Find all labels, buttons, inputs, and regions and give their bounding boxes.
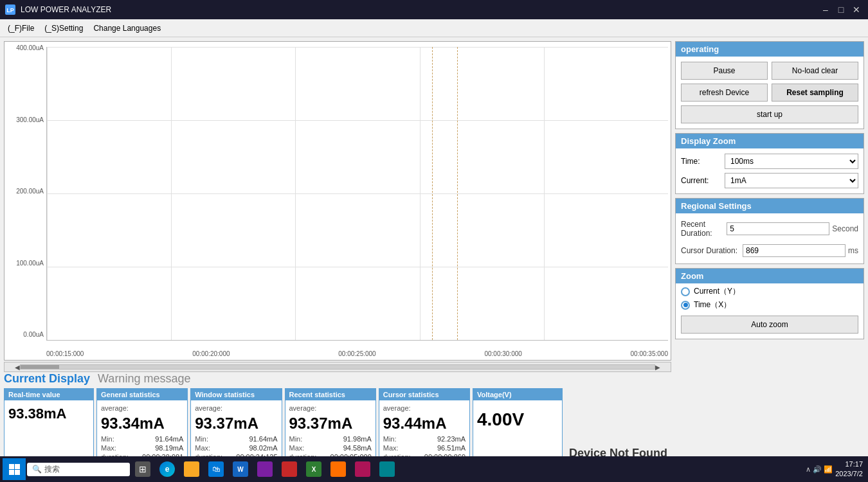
x-axis: 00:00:15:000 00:00:20:000 00:00:25:000 0… — [46, 350, 668, 357]
recent-min-row: Min: 91.98mA — [289, 435, 372, 443]
no-load-clear-button[interactable]: No-load clear — [772, 62, 858, 80]
tab-current-display[interactable]: Current Display — [4, 372, 90, 386]
start-button[interactable] — [3, 458, 26, 480]
current-zoom-row: Current: 1mA 100uA 500uA 5mA 10mA — [681, 173, 858, 188]
minimize-button[interactable]: – — [819, 3, 832, 16]
grid-v-4 — [544, 47, 545, 340]
taskbar-search-box[interactable]: 🔍 搜索 — [27, 463, 130, 476]
window-min-label: Min: — [195, 435, 208, 443]
realtime-body: 93.38mA — [5, 400, 93, 427]
cursor-line-1 — [432, 47, 433, 340]
x-label-2: 00:00:25:000 — [338, 350, 375, 357]
zoom-header: Zoom — [676, 269, 863, 283]
x-label-0: 00:00:15:000 — [46, 350, 84, 357]
bottom-tabs: Current Display Warning message — [4, 372, 671, 386]
menu-bar: (_F)File (_S)Setting Change Languages — [0, 19, 868, 37]
device-not-found: Device Not Found — [565, 388, 671, 465]
voltage-card: Voltage(V) 4.00V — [473, 388, 563, 465]
cursor-line-2 — [457, 47, 458, 340]
operating-btn-row-2: refresh Device Reset sampling — [681, 84, 858, 102]
grid-v-3 — [420, 47, 420, 340]
taskbar-app-3[interactable] — [253, 458, 276, 480]
general-max-value: 98.19mA — [155, 444, 183, 452]
taskbar-time: 17:17 2023/7/2 — [835, 460, 863, 479]
grid-v-1 — [171, 47, 172, 340]
taskbar-app-files[interactable] — [180, 458, 203, 480]
chart-plot-area[interactable] — [46, 47, 668, 341]
recent-header: Recent statistics — [285, 389, 375, 400]
time-zoom-select[interactable]: 100ms 10ms 50ms 200ms 500ms 1s — [725, 154, 858, 169]
taskbar-app-word[interactable]: W — [229, 458, 252, 480]
cursor-max-row: Max: 96.51mA — [383, 444, 466, 452]
y-label-1: 300.00uA — [5, 116, 46, 123]
scroll-right-arrow[interactable]: ▶ — [655, 364, 660, 371]
scrollbar-thumb[interactable] — [21, 365, 59, 369]
scroll-left-arrow[interactable]: ◀ — [15, 364, 20, 371]
menu-languages[interactable]: Change Languages — [88, 21, 166, 35]
chart-wrapper: 400.00uA 300.00uA 200.00uA 100.00uA 0.00… — [4, 41, 671, 361]
recent-avg-label: average: — [289, 404, 317, 412]
recent-max-row: Max: 94.58mA — [289, 444, 372, 452]
recent-duration-input[interactable] — [727, 222, 829, 235]
taskbar-app-6[interactable] — [327, 458, 350, 480]
cursor-avg-row: average: — [383, 404, 466, 412]
current-zoom-select[interactable]: 1mA 100uA 500uA 5mA 10mA — [725, 173, 858, 188]
cursor-duration-input[interactable] — [743, 244, 845, 257]
taskbar-app-4[interactable] — [278, 458, 301, 480]
reset-sampling-button[interactable]: Reset sampling — [772, 84, 858, 102]
cursor-min-row: Min: 92.23mA — [383, 435, 466, 443]
main-container: 400.00uA 300.00uA 200.00uA 100.00uA 0.00… — [0, 37, 868, 465]
general-card: General statistics average: 93.34mA Min:… — [96, 388, 188, 465]
voltage-body: 4.00V — [473, 400, 562, 435]
chart-scrollbar[interactable]: ◀ ▶ — [4, 362, 671, 372]
grid-v-2 — [295, 47, 296, 340]
realtime-header: Real-time value — [5, 389, 93, 400]
operating-body: Pause No-load clear refresh Device Reset… — [676, 57, 863, 129]
taskbar-app-taskview[interactable]: ⊞ — [131, 458, 154, 480]
recent-avg-row: average: — [289, 404, 372, 412]
recent-avg-value: 93.37mA — [289, 415, 372, 433]
time-x-radio[interactable] — [681, 301, 690, 310]
maximize-button[interactable]: □ — [835, 3, 847, 16]
window-max-value: 98.02mA — [249, 444, 277, 452]
taskbar-right: ∧ 🔊 📶 17:17 2023/7/2 — [806, 460, 865, 479]
window-header: Window statistics — [191, 389, 281, 400]
taskbar-app-8[interactable] — [375, 458, 399, 480]
stats-row: Real-time value 93.38mA General statisti… — [4, 388, 671, 465]
auto-zoom-button[interactable]: Auto zoom — [681, 316, 858, 334]
window-avg-row: average: — [195, 404, 277, 412]
window-max-row: Max: 98.02mA — [195, 444, 277, 452]
general-avg-value: 93.34mA — [101, 415, 183, 433]
taskbar-app-7[interactable] — [351, 458, 374, 480]
svg-rect-2 — [9, 464, 14, 469]
recent-body: average: 93.37mA Min: 91.98mA Max: 94.58… — [285, 400, 375, 465]
grid-h-0 — [47, 47, 668, 48]
regional-settings-header: Regional Settings — [676, 199, 863, 213]
voltage-value: 4.00V — [477, 409, 558, 430]
zoom-radio-group: Current（Y） Time（X） — [676, 283, 863, 313]
taskbar-app-store[interactable]: 🛍 — [204, 458, 228, 480]
zoom-section: Zoom Current（Y） Time（X） Auto zoom — [675, 268, 864, 339]
refresh-device-button[interactable]: refresh Device — [681, 84, 768, 102]
time-zoom-row: Time: 100ms 10ms 50ms 200ms 500ms 1s — [681, 154, 858, 169]
menu-setting[interactable]: (_S)Setting — [39, 21, 88, 35]
tab-warning-message[interactable]: Warning message — [98, 372, 190, 386]
right-panel: operating Pause No-load clear refresh De… — [675, 37, 868, 465]
taskbar-app-edge[interactable]: e — [156, 458, 179, 480]
cursor-header: Cursor statistics — [379, 389, 469, 400]
menu-file[interactable]: (_F)File — [3, 21, 39, 35]
grid-v-0 — [47, 47, 48, 340]
start-up-button[interactable]: start up — [681, 105, 858, 123]
realtime-value: 93.38mA — [8, 406, 89, 422]
close-button[interactable]: ✕ — [850, 3, 863, 16]
taskbar-app-5[interactable]: X — [302, 458, 325, 480]
app-title: LOW POWER ANALYZER — [21, 5, 111, 14]
regional-settings-body: Recent Duration: Second Cursor Duration:… — [676, 213, 863, 263]
current-y-radio[interactable] — [681, 287, 690, 296]
scrollbar-track[interactable] — [20, 364, 655, 370]
svg-text:LP: LP — [6, 7, 14, 13]
pause-button[interactable]: Pause — [681, 62, 768, 80]
general-min-value: 91.64mA — [155, 435, 183, 443]
cursor-max-label: Max: — [383, 444, 399, 452]
cursor-duration-unit: ms — [848, 246, 858, 255]
